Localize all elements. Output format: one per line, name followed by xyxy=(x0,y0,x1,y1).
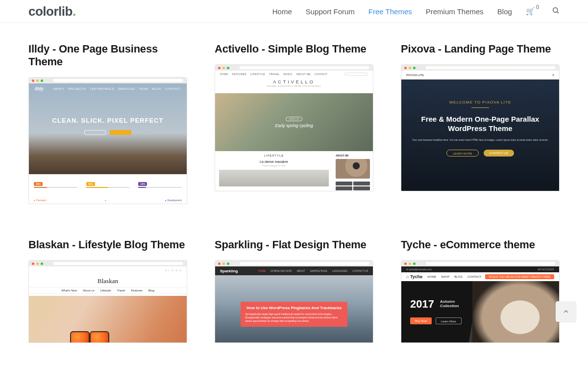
nav-support-forum[interactable]: Support Forum xyxy=(306,7,355,16)
traffic-light-min-icon xyxy=(409,262,411,265)
activello-search-input xyxy=(344,73,368,76)
illdy-button-primary xyxy=(110,130,131,135)
theme-title: Sparkling - Flat Design Theme xyxy=(215,238,373,251)
brand-logo[interactable]: colorlib. xyxy=(28,4,76,19)
activello-post-image xyxy=(219,170,329,186)
brand-dot: . xyxy=(73,4,76,19)
traffic-light-close-icon xyxy=(404,67,407,69)
pixova-contact-button: CONTACT US xyxy=(484,150,514,157)
themes-container: Illdy - One Page Business Theme illdy AB… xyxy=(0,23,588,367)
theme-preview: Sparkling HOME DOWNLOAD NOW ABOUT SAMPLE… xyxy=(215,260,373,343)
theme-card-illdy[interactable]: Illdy - One Page Business Theme illdy AB… xyxy=(28,43,187,204)
preview-viewport: ✉ tyche@example.com MY ACCOUNT ⌂ Tyche H… xyxy=(401,266,559,342)
theme-title: Blaskan - Lifestyle Blog Theme xyxy=(28,238,187,251)
search-icon xyxy=(552,6,560,14)
activello-logo: ACTIVELLO xyxy=(215,79,373,84)
theme-preview: ✉ tyche@example.com MY ACCOUNT ⌂ Tyche H… xyxy=(401,260,560,343)
traffic-light-max-icon xyxy=(227,67,229,69)
sunglasses-icon xyxy=(70,331,109,342)
themes-grid: Illdy - One Page Business Theme illdy AB… xyxy=(28,43,560,343)
traffic-light-close-icon xyxy=(32,79,34,82)
traffic-light-min-icon xyxy=(409,67,411,69)
theme-card-tyche[interactable]: Tyche - eCommerce theme ✉ tyche@example.… xyxy=(401,238,560,343)
theme-preview: PIXOVA LITE ≡ WELCOME TO PIXOVA LITE Fre… xyxy=(401,64,560,191)
browser-chrome xyxy=(401,65,559,71)
theme-card-activello[interactable]: Activello - Simple Blog Theme HOME FEATU… xyxy=(215,43,373,204)
cart-count: 0 xyxy=(536,4,539,10)
svg-point-0 xyxy=(553,8,558,12)
search-button[interactable] xyxy=(552,6,560,16)
nav-free-themes[interactable]: Free Themes xyxy=(368,7,412,16)
activello-social-icons xyxy=(336,182,370,190)
traffic-light-close-icon xyxy=(218,67,220,69)
tyche-learn-button: Learn More xyxy=(436,317,462,324)
traffic-light-min-icon xyxy=(36,79,39,82)
activello-tagline: MINIMAL WORDPRESS THEME FOR BLOGGERS xyxy=(215,85,373,87)
theme-title: Activello - Simple Blog Theme xyxy=(215,43,373,55)
traffic-light-max-icon xyxy=(41,79,43,82)
blaskan-logo: Blaskan xyxy=(29,277,187,285)
traffic-light-close-icon xyxy=(404,262,407,265)
theme-title: Illdy - One Page Business Theme xyxy=(28,43,187,68)
theme-title: Tyche - eCommerce theme xyxy=(401,238,560,251)
theme-preview: S I G N S Blaskan What's New About us Li… xyxy=(28,260,187,343)
traffic-light-min-icon xyxy=(222,67,225,69)
traffic-light-close-icon xyxy=(218,262,220,265)
pixova-brand: PIXOVA LITE xyxy=(406,74,424,77)
site-header: colorlib. Home Support Forum Free Themes… xyxy=(0,0,588,23)
illdy-button-outline xyxy=(84,130,106,135)
illdy-headline: CLEAN. SLICK. PIXEL PERFECT xyxy=(29,117,187,124)
divider-icon xyxy=(471,107,489,108)
browser-chrome xyxy=(29,261,187,266)
preview-viewport: HOME FEATURES LIFESTYLE TRAVEL MUSIC ABO… xyxy=(215,71,373,191)
back-to-top-button[interactable] xyxy=(556,301,576,322)
pixova-learn-button: LEARN MORE xyxy=(446,150,479,157)
preview-viewport: S I G N S Blaskan What's New About us Li… xyxy=(29,266,187,342)
theme-preview: HOME FEATURES LIFESTYLE TRAVEL MUSIC ABO… xyxy=(215,64,373,191)
browser-chrome xyxy=(401,261,559,266)
browser-chrome xyxy=(215,65,373,71)
traffic-light-max-icon xyxy=(41,262,43,265)
brand-name: colorlib xyxy=(28,4,73,19)
traffic-light-min-icon xyxy=(222,262,225,265)
preview-viewport: illdy ABOUT PROJECTS TESTIMONIALS SERVIC… xyxy=(29,83,187,204)
hamburger-icon: ≡ xyxy=(552,74,554,77)
nav-home[interactable]: Home xyxy=(272,7,292,16)
theme-preview: illdy ABOUT PROJECTS TESTIMONIALS SERVIC… xyxy=(28,77,187,204)
traffic-light-close-icon xyxy=(32,262,34,265)
top-nav: Home Support Forum Free Themes Premium T… xyxy=(272,6,560,16)
cart-icon: 🛒 xyxy=(526,7,535,16)
nav-premium-themes[interactable]: Premium Themes xyxy=(426,7,484,16)
preview-viewport: PIXOVA LITE ≡ WELCOME TO PIXOVA LITE Fre… xyxy=(401,71,559,191)
traffic-light-max-icon xyxy=(413,262,416,265)
traffic-light-min-icon xyxy=(36,262,39,265)
nav-blog[interactable]: Blog xyxy=(497,7,512,16)
theme-card-pixova[interactable]: Pixova - Landing Page Theme PIXOVA LITE … xyxy=(401,43,560,204)
tyche-hero-image xyxy=(472,281,559,342)
traffic-light-max-icon xyxy=(227,262,229,265)
pixova-headline: Free & Modern One-Page Parallax WordPres… xyxy=(411,115,549,133)
browser-chrome xyxy=(29,78,187,83)
theme-card-sparkling[interactable]: Sparkling - Flat Design Theme Sparkling … xyxy=(215,238,373,343)
cart-button[interactable]: 🛒 0 xyxy=(526,7,538,16)
svg-line-1 xyxy=(557,12,559,13)
browser-chrome xyxy=(215,261,373,266)
theme-card-blaskan[interactable]: Blaskan - Lifestyle Blog Theme S I G N S… xyxy=(28,238,187,343)
theme-title: Pixova - Landing Page Theme xyxy=(401,43,560,55)
tyche-buy-button: Buy Now xyxy=(410,317,432,324)
chevron-up-icon xyxy=(562,308,570,315)
traffic-light-max-icon xyxy=(413,67,416,69)
preview-viewport: Sparkling HOME DOWNLOAD NOW ABOUT SAMPLE… xyxy=(215,266,373,342)
illdy-brand: illdy xyxy=(35,86,44,91)
activello-about-image xyxy=(336,159,370,179)
